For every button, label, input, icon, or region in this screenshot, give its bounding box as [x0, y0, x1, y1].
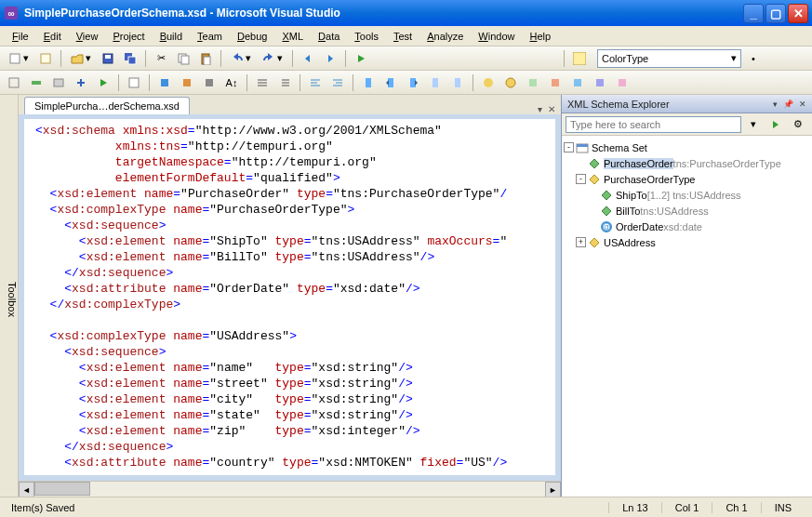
- tree-toggle[interactable]: +: [576, 237, 586, 247]
- add-item-button[interactable]: [35, 48, 56, 69]
- tb2-btn[interactable]: [590, 73, 610, 93]
- open-button[interactable]: ▾: [66, 48, 96, 69]
- maximize-button[interactable]: ▢: [765, 4, 786, 23]
- menu-test[interactable]: Test: [387, 29, 419, 44]
- code-line: <xsd:element name="state" type="xsd:stri…: [35, 407, 548, 423]
- tb2-btn[interactable]: [425, 73, 446, 93]
- xml-schema-explorer: XML Schema Explorer ▾ 📌 ✕ ▾ ⚙ -Schema Se…: [561, 95, 812, 497]
- new-project-button[interactable]: ▾: [4, 48, 33, 69]
- svg-rect-31: [619, 79, 626, 86]
- tb2-btn[interactable]: [523, 73, 543, 93]
- minimize-button[interactable]: _: [743, 4, 764, 23]
- code-line: <xsd:element name="name" type="xsd:strin…: [35, 360, 548, 376]
- tb2-btn[interactable]: [124, 73, 144, 93]
- svg-rect-14: [32, 81, 41, 85]
- type-dropdown[interactable]: ColorType ▾: [597, 49, 741, 68]
- horizontal-scrollbar[interactable]: ◄ ►: [19, 481, 561, 497]
- search-dropdown-icon[interactable]: ▾: [743, 114, 764, 135]
- menu-file[interactable]: File: [6, 29, 35, 44]
- tree-toggle[interactable]: -: [576, 174, 586, 184]
- menu-window[interactable]: Window: [472, 29, 521, 44]
- indent-dec-button[interactable]: [252, 73, 273, 93]
- tb2-btn[interactable]: [447, 73, 468, 93]
- menu-edit[interactable]: Edit: [37, 29, 68, 44]
- scroll-right-button[interactable]: ►: [545, 482, 561, 497]
- explorer-close-icon[interactable]: ✕: [799, 99, 806, 109]
- bookmark-prev-button[interactable]: [380, 73, 401, 93]
- tb2-btn[interactable]: [154, 73, 175, 93]
- toolbox-tab[interactable]: Toolbox: [0, 95, 19, 497]
- editor-tab-active[interactable]: SimplePurcha…derSchema.xsd: [24, 97, 190, 114]
- search-go-button[interactable]: [765, 114, 786, 135]
- menu-analyze[interactable]: Analyze: [420, 29, 470, 44]
- code-editor[interactable]: <xsd:schema xmlns:xsd="http://www.w3.org…: [19, 115, 561, 481]
- pin-icon[interactable]: 📌: [783, 99, 793, 109]
- copy-button[interactable]: [173, 48, 193, 69]
- tree-node[interactable]: BillTo tns:USAddress: [564, 203, 810, 219]
- bookmark-button[interactable]: [358, 73, 379, 93]
- explorer-menu-icon[interactable]: ▾: [773, 99, 778, 109]
- attribute-icon: @: [600, 220, 613, 233]
- tree-node[interactable]: PurchaseOrder tns:PurchaseOrderType: [564, 155, 810, 171]
- tree-node[interactable]: @OrderDate xsd:date: [564, 219, 810, 234]
- tb2-btn[interactable]: [26, 73, 47, 93]
- tab-close-icon[interactable]: ✕: [548, 104, 555, 114]
- tree-node[interactable]: ShipTo [1..2] tns:USAddress: [564, 187, 810, 203]
- tb2-btn[interactable]: A↕: [221, 73, 242, 93]
- uncomment-button[interactable]: [327, 73, 348, 93]
- tab-dropdown-icon[interactable]: ▾: [538, 104, 542, 114]
- start-button[interactable]: [351, 48, 371, 69]
- code-line: <xsd:schema xmlns:xsd="http://www.w3.org…: [35, 123, 548, 139]
- tb2-btn[interactable]: [71, 73, 91, 93]
- comment-button[interactable]: [305, 73, 326, 93]
- scroll-left-button[interactable]: ◄: [19, 482, 34, 497]
- schema-tree[interactable]: -Schema SetPurchaseOrder tns:PurchaseOrd…: [562, 136, 812, 497]
- complextype-icon: [588, 236, 601, 249]
- color-type-icon[interactable]: [569, 48, 590, 69]
- explorer-search-input[interactable]: [566, 116, 741, 133]
- search-settings-icon[interactable]: ⚙: [788, 114, 808, 135]
- menu-tools[interactable]: Tools: [348, 29, 385, 44]
- nav-back-button[interactable]: [298, 48, 318, 69]
- menu-build[interactable]: Build: [153, 29, 189, 44]
- tb2-btn[interactable]: [545, 73, 566, 93]
- tb2-btn[interactable]: [93, 73, 113, 93]
- tb2-btn[interactable]: [612, 73, 632, 93]
- save-button[interactable]: [98, 48, 118, 69]
- tb2-btn[interactable]: [199, 73, 220, 93]
- tree-label: BillTo: [616, 205, 640, 217]
- type-go-button[interactable]: •: [743, 48, 764, 69]
- menu-project[interactable]: Project: [106, 29, 151, 44]
- scroll-thumb[interactable]: [34, 482, 90, 496]
- nav-fwd-button[interactable]: [320, 48, 340, 69]
- redo-button[interactable]: ▾: [258, 48, 287, 69]
- menu-xml[interactable]: XML: [275, 29, 310, 44]
- tree-node[interactable]: -Schema Set: [564, 139, 810, 155]
- save-all-button[interactable]: [120, 48, 140, 69]
- code-line: <xsd:sequence>: [35, 218, 548, 233]
- tb2-btn[interactable]: [478, 73, 499, 93]
- tree-node[interactable]: -PurchaseOrderType: [564, 171, 810, 187]
- tb2-btn[interactable]: [177, 73, 197, 93]
- menu-data[interactable]: Data: [312, 29, 346, 44]
- tb2-btn[interactable]: [567, 73, 588, 93]
- tree-node[interactable]: +USAddress: [564, 234, 810, 250]
- tree-toggle[interactable]: -: [564, 142, 574, 152]
- menu-team[interactable]: Team: [191, 29, 229, 44]
- code-line: <xsd:element name="PurchaseOrder" type="…: [35, 186, 548, 202]
- paste-button[interactable]: [195, 48, 216, 69]
- undo-button[interactable]: ▾: [226, 48, 256, 69]
- menu-help[interactable]: Help: [523, 29, 557, 44]
- cut-button[interactable]: ✂: [151, 48, 171, 69]
- tb2-btn[interactable]: [500, 73, 521, 93]
- status-bar: Item(s) Saved Ln 13 Col 1 Ch 1 INS: [0, 497, 812, 517]
- tb2-btn[interactable]: [48, 73, 69, 93]
- tb2-btn[interactable]: [4, 73, 24, 93]
- menu-view[interactable]: View: [70, 29, 105, 44]
- indent-inc-button[interactable]: [274, 73, 295, 93]
- menu-debug[interactable]: Debug: [231, 29, 273, 44]
- bookmark-next-button[interactable]: [403, 73, 423, 93]
- close-button[interactable]: ✕: [788, 4, 808, 23]
- svg-point-25: [484, 78, 493, 87]
- svg-rect-28: [552, 79, 559, 86]
